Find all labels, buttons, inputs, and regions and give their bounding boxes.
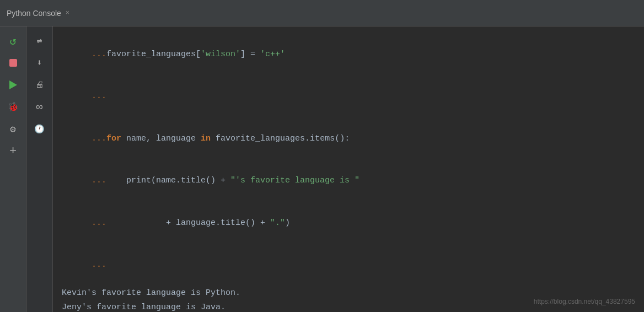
debug-button[interactable]: 🐞: [3, 97, 23, 117]
scroll-icon: ⬇: [37, 57, 42, 68]
gear-icon: ⚙: [10, 123, 16, 135]
kw-for: for: [106, 134, 121, 143]
str-1: 'wilson': [201, 50, 240, 59]
code-5b: ): [285, 218, 290, 228]
scroll-button[interactable]: ⬇: [30, 53, 50, 73]
code-line-6: ...: [62, 244, 635, 287]
add-button[interactable]: +: [3, 141, 23, 161]
prompt-5: ...: [92, 218, 166, 228]
plus-icon: +: [9, 144, 17, 158]
stop-icon: [9, 59, 17, 67]
code-line-2: ...: [62, 76, 635, 118]
infinite-icon: ∞: [36, 101, 42, 114]
console-title: Python Console: [7, 9, 61, 18]
watermark: https://blog.csdn.net/qq_43827595: [534, 298, 635, 305]
code-4a: print(name.title() +: [126, 176, 230, 185]
history-button[interactable]: 🕐: [30, 119, 50, 139]
left-toolbar: ↺ 🐞 ⚙ +: [0, 26, 26, 312]
close-tab-button[interactable]: ×: [66, 9, 69, 17]
debug-icon: 🐞: [8, 101, 19, 112]
prompt-4: ...: [92, 176, 126, 185]
print-icon: 🖨: [35, 80, 44, 90]
code-1b: ] =: [240, 50, 260, 59]
code-line-3: ...for name, language in favorite_langua…: [62, 117, 635, 160]
history-icon: 🕐: [34, 124, 45, 135]
infinite-button[interactable]: ∞: [30, 97, 50, 117]
kw-in: in: [201, 134, 211, 143]
print-button[interactable]: 🖨: [30, 75, 50, 95]
prompt-3: ...: [92, 134, 106, 143]
code-3b: favorite_languages.items():: [211, 134, 350, 143]
code-line-1: ...favorite_languages['wilson'] = 'c++': [62, 33, 635, 76]
prompt-2: ...: [92, 92, 106, 101]
code-5a: + language.title() +: [166, 218, 270, 228]
wrap-button[interactable]: ⇌: [30, 31, 50, 51]
stop-button[interactable]: [3, 53, 23, 73]
code-line-5: ... + language.title() + "."): [62, 202, 635, 244]
title-bar: Python Console ×: [0, 0, 644, 26]
str-4: ".": [270, 218, 285, 228]
rerun-button[interactable]: ↺: [3, 31, 23, 51]
inner-toolbar: ⇌ ⬇ 🖨 ∞ 🕐: [26, 26, 53, 312]
code-1: favorite_languages[: [106, 50, 201, 59]
str-2: 'c++': [260, 50, 285, 59]
code-3a: name, language: [121, 134, 201, 143]
main-area: ↺ 🐞 ⚙ + ⇌ ⬇ 🖨 ∞ 🕐: [0, 26, 644, 312]
code-line-4: ... print(name.title() + "'s favorite la…: [62, 160, 635, 202]
prompt-1: ...: [92, 50, 106, 59]
console-output[interactable]: ...favorite_languages['wilson'] = 'c++' …: [53, 26, 644, 312]
play-icon: [9, 80, 17, 89]
str-3: "'s favorite language is ": [230, 176, 359, 185]
prompt-6: ...: [92, 260, 106, 270]
wrap-icon: ⇌: [37, 35, 42, 46]
rerun-icon: ↺: [9, 34, 16, 48]
run-button[interactable]: [3, 75, 23, 95]
settings-button[interactable]: ⚙: [3, 119, 23, 139]
